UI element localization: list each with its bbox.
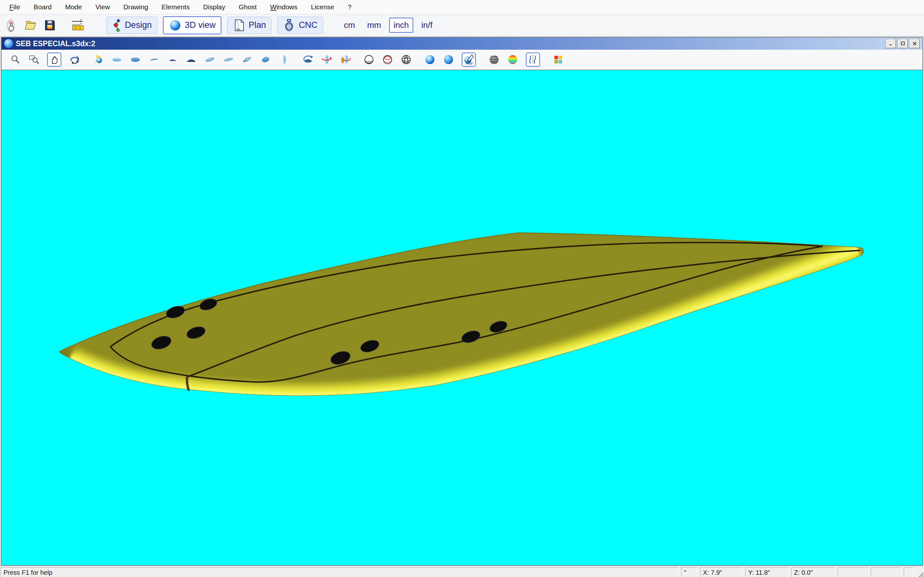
wireframe-sphere-icon[interactable] — [363, 54, 375, 65]
selected-tool-frame — [47, 53, 61, 67]
status-unit-symbol: " — [681, 567, 698, 577]
blue-sphere-icon — [4, 39, 13, 48]
contour-stripes-icon[interactable] — [489, 54, 499, 65]
3d-view-button-label: 3D view — [185, 20, 216, 30]
file-icon-group — [4, 18, 86, 33]
color-map-icon[interactable] — [507, 54, 518, 65]
mode-button-group: Design 3D view Plan CNC — [107, 16, 323, 34]
design-button-label: Design — [125, 20, 152, 30]
rotate-3d-icon[interactable] — [69, 54, 80, 65]
document-title-bar[interactable]: SEB ESPECIAL.s3dx:2 — [2, 37, 922, 50]
status-help-text: Press F1 for help — [1, 567, 679, 577]
cross-section-view-icon[interactable] — [167, 54, 178, 65]
save-file-icon[interactable] — [42, 18, 57, 33]
status-bar: Press F1 for help " X: 7.9" Y: 11.8" Z: … — [0, 567, 924, 577]
main-toolbar: Design 3D view Plan CNC cm — [0, 15, 924, 36]
perspective-flat-view-icon[interactable] — [223, 54, 234, 65]
status-empty-panel — [871, 567, 901, 577]
status-empty-panel — [838, 567, 869, 577]
zoom-window-icon[interactable] — [29, 54, 39, 65]
unit-button-group: cm mm inch in/f — [340, 18, 437, 33]
shaded-sphere-icon[interactable] — [443, 54, 454, 65]
design-nodes-icon — [112, 18, 121, 32]
menu-item-ghost[interactable]: Ghost — [232, 3, 263, 11]
plan-sheet-icon — [233, 18, 246, 32]
measurements-icon[interactable] — [71, 18, 86, 33]
menu-item-board[interactable]: Board — [27, 3, 58, 11]
plan-button-label: Plan — [249, 20, 266, 30]
color-palette-icon[interactable] — [553, 54, 564, 65]
document-title: SEB ESPECIAL.s3dx:2 — [16, 39, 95, 48]
close-button[interactable] — [909, 39, 920, 48]
zoom-icon[interactable] — [10, 54, 21, 65]
unit-inch-button[interactable]: inch — [389, 18, 414, 33]
status-y-coordinate: Y: 11.8" — [745, 567, 789, 577]
menu-item-help[interactable]: ? — [341, 3, 359, 11]
flow-lines-icon[interactable] — [527, 54, 538, 65]
menu-item-windows[interactable]: Windows — [263, 3, 304, 11]
outline-bottom-view-icon[interactable] — [130, 54, 141, 65]
rocker-side-view-icon[interactable] — [149, 54, 160, 65]
plan-button[interactable]: Plan — [227, 17, 271, 34]
menu-item-mode[interactable]: Mode — [58, 3, 89, 11]
lighting-icon[interactable] — [93, 54, 103, 65]
perspective-thin-view-icon[interactable] — [204, 54, 215, 65]
unit-inf-button[interactable]: in/f — [417, 18, 437, 32]
cross-section-large-view-icon[interactable] — [186, 54, 197, 65]
three-quarter-view-icon[interactable] — [242, 54, 252, 65]
document-window: SEB ESPECIAL.s3dx:2 — [1, 37, 923, 566]
open-file-icon[interactable] — [23, 18, 38, 33]
resize-grip[interactable] — [916, 567, 924, 577]
wireframe-mesh-sphere-icon[interactable] — [401, 54, 412, 65]
rotate-cross-section-icon[interactable] — [302, 54, 313, 65]
cnc-tool-icon — [283, 18, 296, 32]
menu-item-display[interactable]: Display — [196, 3, 232, 11]
3d-view-button[interactable]: 3D view — [163, 16, 221, 34]
minimize-button[interactable] — [885, 39, 896, 48]
status-empty-panel — [904, 567, 913, 577]
menu-item-drawing[interactable]: Drawing — [117, 3, 155, 11]
cnc-button-label: CNC — [299, 20, 318, 30]
menu-item-file[interactable]: File — [3, 3, 27, 11]
status-x-coordinate: X: 7.9" — [700, 567, 743, 577]
spin-board-icon[interactable] — [321, 54, 332, 65]
flip-board-icon[interactable] — [340, 54, 351, 65]
pan-hand-icon[interactable] — [49, 54, 60, 65]
selected-render-frame — [462, 53, 476, 67]
unit-mm-button[interactable]: mm — [363, 18, 385, 32]
view-toolbar — [2, 50, 922, 70]
blue-sphere-icon — [169, 19, 182, 32]
solid-sphere-icon[interactable] — [425, 54, 435, 65]
selected-flow-frame — [526, 53, 540, 67]
menu-item-view[interactable]: View — [89, 3, 116, 11]
outline-top-view-icon[interactable] — [111, 54, 122, 65]
model-canvas[interactable] — [2, 70, 922, 565]
front-view-icon[interactable] — [279, 54, 290, 65]
three-quarter-back-view-icon[interactable] — [260, 54, 271, 65]
new-board-icon[interactable] — [4, 18, 19, 33]
menu-bar: File Board Mode View Drawing Elements Di… — [0, 0, 924, 15]
design-button[interactable]: Design — [107, 17, 157, 34]
wireframe-red-sphere-icon[interactable] — [382, 54, 393, 65]
surfboard-3d-render — [2, 70, 922, 565]
window-controls — [885, 39, 920, 48]
menu-item-elements[interactable]: Elements — [155, 3, 197, 11]
menu-item-license[interactable]: License — [304, 3, 341, 11]
status-z-coordinate: Z: 0.0" — [791, 567, 835, 577]
unit-cm-button[interactable]: cm — [340, 18, 359, 32]
maximize-button[interactable] — [897, 39, 908, 48]
cnc-button[interactable]: CNC — [277, 17, 323, 34]
edit-surface-icon[interactable] — [463, 54, 474, 65]
